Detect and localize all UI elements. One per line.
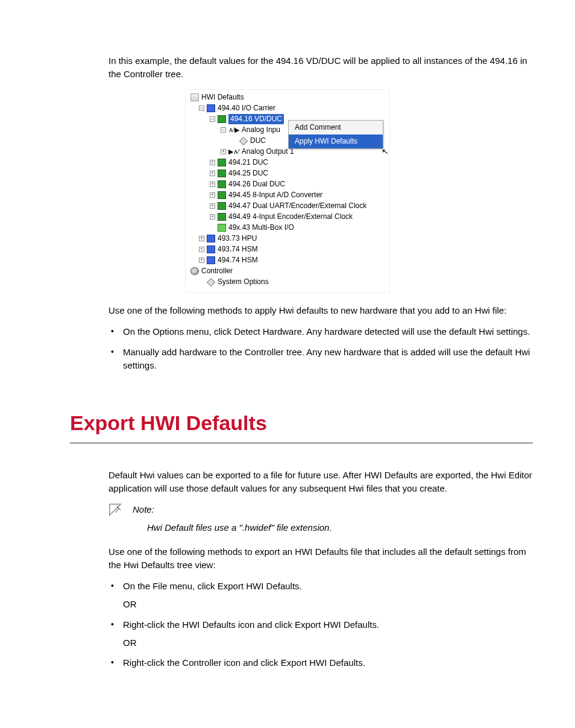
tree-node: Controller	[189, 266, 386, 277]
tree-label: 494.47 Dual UART/Encoder/External Clock	[228, 201, 366, 211]
tree-screenshot: HWI Defaults − 494.40 I/O Carrier − 494.…	[185, 89, 390, 293]
analog-input-icon: ∧∕▶	[228, 125, 239, 135]
list-item: Manually add hardware to the Controller …	[108, 346, 533, 372]
collapse-icon: −	[210, 116, 215, 122]
module-icon	[218, 213, 226, 221]
carrier-icon	[207, 104, 215, 112]
expand-icon: +	[210, 214, 215, 220]
tree-label: Analog Output 1	[242, 147, 294, 157]
export-methods-intro: Use one of the following methods to expo…	[108, 545, 533, 572]
section-heading: Export HWI Defaults	[70, 408, 539, 438]
list-item-text: On the File menu, click Export HWI Defau…	[123, 581, 302, 591]
note-label: Note:	[133, 503, 533, 516]
tree-label: 494.40 I/O Carrier	[218, 103, 275, 113]
heading-rule	[70, 443, 533, 443]
tree-label: 493.73 HPU	[218, 233, 257, 244]
expand-icon: +	[199, 247, 204, 252]
expand-icon: +	[221, 149, 226, 154]
expand-icon: +	[210, 203, 215, 209]
or-text: OR	[123, 636, 533, 650]
tree-label: Controller	[201, 266, 233, 276]
tree-root-label: HWI Defaults	[201, 92, 244, 103]
collapse-icon: −	[221, 127, 226, 133]
diamond-icon	[239, 136, 248, 145]
or-text: OR	[123, 598, 533, 611]
module-icon	[218, 191, 226, 199]
list-item: On the File menu, click Export HWI Defau…	[108, 580, 533, 611]
tree-node: + 494.25 DUC	[189, 168, 386, 179]
tree-node: + 494.45 8-Input A/D Converter	[189, 190, 386, 201]
tree-node: + 494.74 HSM	[189, 255, 386, 266]
context-menu: Add Comment Apply HWI Defaults	[288, 120, 383, 150]
tree-root: HWI Defaults	[189, 92, 386, 103]
tree-node: + 493.73 HPU	[189, 233, 386, 244]
tree-label: Analog Inpu	[242, 125, 280, 135]
export-methods-list: On the File menu, click Export HWI Defau…	[108, 580, 533, 669]
tree-label-selected: 494.16 VD/DUC	[228, 114, 284, 124]
expand-icon: +	[210, 171, 215, 176]
module-icon	[207, 245, 215, 253]
svg-marker-0	[110, 504, 121, 515]
tree-label: 494.21 DUC	[228, 157, 268, 168]
tree-label: DUC	[250, 136, 266, 146]
multibox-icon	[218, 224, 226, 232]
expand-icon: +	[199, 258, 204, 263]
controller-icon	[190, 267, 199, 275]
module-icon	[218, 115, 226, 123]
analog-output-icon: ▶∧∕	[228, 147, 239, 157]
list-item: Right-click the HWI Defaults icon and cl…	[108, 618, 533, 650]
apply-methods-list: On the Options menu, click Detect Hardwa…	[108, 325, 533, 372]
tree-label: 493.74 HSM	[218, 244, 258, 255]
tree-label: System Options	[218, 277, 269, 287]
export-intro: Default Hwi values can be exported to a …	[108, 469, 533, 495]
hwi-defaults-icon	[190, 93, 199, 101]
tree-node: + 494.49 4-Input Encoder/External Clock	[189, 212, 386, 223]
apply-methods-intro: Use one of the following methods to appl…	[108, 304, 533, 317]
list-item: On the Options menu, click Detect Hardwa…	[108, 325, 533, 338]
intro-paragraph: In this example, the default values for …	[108, 54, 533, 81]
collapse-icon: −	[199, 106, 204, 111]
tree-node: + 494.47 Dual UART/Encoder/External Cloc…	[189, 201, 386, 212]
module-icon	[218, 169, 226, 177]
list-item-text: Right-click the HWI Defaults icon and cl…	[123, 619, 379, 630]
expand-icon: +	[199, 236, 204, 241]
tree-label: 494.74 HSM	[218, 255, 258, 265]
ctx-apply-hwi-defaults[interactable]: Apply HWI Defaults	[289, 135, 383, 148]
expand-icon: +	[210, 182, 215, 187]
tree-node: 49x.43 Multi-Box I/O	[189, 223, 386, 233]
tree-node: − 494.40 I/O Carrier	[189, 103, 386, 114]
list-item: Right-click the Controller icon and clic…	[108, 656, 533, 669]
tree-label: 494.45 8-Input A/D Converter	[228, 190, 322, 200]
diamond-icon	[207, 277, 215, 286]
tree-label: 494.49 4-Input Encoder/External Clock	[228, 212, 353, 222]
tree-node: + 493.74 HSM	[189, 244, 386, 255]
tree-label: 494.25 DUC	[228, 168, 268, 179]
tree-node: System Options	[189, 277, 386, 288]
note-block: Note: Hwi Default files use a ".hwidef" …	[108, 503, 533, 534]
tree-label: 49x.43 Multi-Box I/O	[228, 223, 294, 233]
module-icon	[207, 235, 215, 242]
module-icon	[207, 256, 215, 264]
expand-icon: +	[210, 160, 215, 165]
module-icon	[218, 202, 226, 210]
note-icon	[108, 503, 122, 520]
note-body: Hwi Default files use a ".hwidef" file e…	[147, 521, 533, 534]
tree-node: + 494.26 Dual DUC	[189, 179, 386, 190]
module-icon	[218, 159, 226, 166]
expand-icon: +	[210, 192, 215, 198]
tree-node: + 494.21 DUC	[189, 157, 386, 168]
ctx-add-comment[interactable]: Add Comment	[289, 121, 383, 135]
module-icon	[218, 180, 226, 188]
list-item-text: Right-click the Controller icon and clic…	[123, 657, 365, 668]
tree-label: 494.26 Dual DUC	[228, 179, 285, 189]
